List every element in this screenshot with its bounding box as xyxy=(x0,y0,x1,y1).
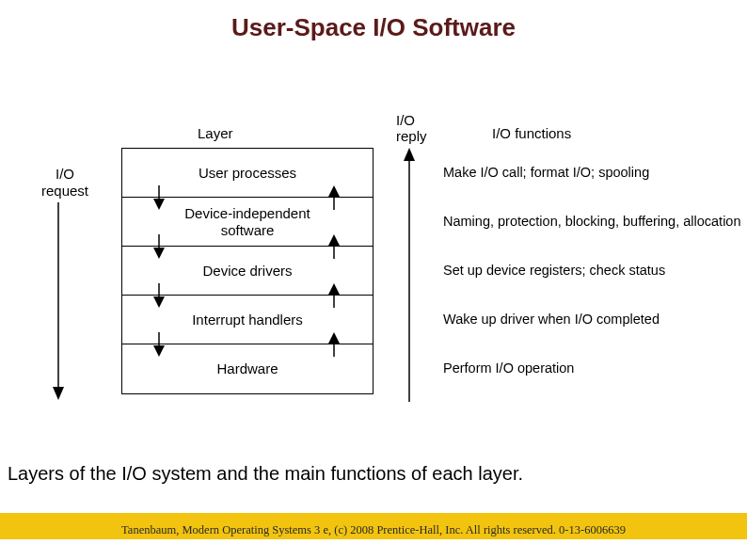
header-layer: Layer xyxy=(198,125,233,141)
layer-row: Hardware xyxy=(122,344,373,393)
layer-row: User processes xyxy=(122,149,373,198)
function-column: Make I/O call; format I/O; spooling Nami… xyxy=(443,148,744,392)
function-text: Make I/O call; format I/O; spooling xyxy=(443,148,744,197)
arrow-io-request-down xyxy=(47,202,70,400)
io-layers-diagram: Layer I/Oreply I/O functions I/Orequest … xyxy=(0,99,747,409)
layer-row: Interrupt handlers xyxy=(122,296,373,344)
header-reply: I/Oreply xyxy=(396,112,427,144)
function-text: Naming, protection, blocking, buffering,… xyxy=(443,197,744,246)
layer-row: Device drivers xyxy=(122,247,373,296)
footer-citation: Tanenbaum, Modern Operating Systems 3 e,… xyxy=(0,523,747,537)
svg-marker-1 xyxy=(53,387,64,400)
svg-marker-10 xyxy=(404,148,415,161)
layer-row: Device-independentsoftware xyxy=(122,198,373,247)
label-io-request: I/Orequest xyxy=(41,166,88,200)
function-text: Wake up driver when I/O completed xyxy=(443,295,744,344)
arrow-io-reply-up xyxy=(398,148,421,402)
figure-caption: Layers of the I/O system and the main fu… xyxy=(8,463,523,485)
layer-stack: User processes Device-independentsoftwar… xyxy=(121,148,374,394)
slide-title: User-Space I/O Software xyxy=(0,0,747,42)
function-text: Set up device registers; check status xyxy=(443,246,744,295)
function-text: Perform I/O operation xyxy=(443,344,744,392)
header-functions: I/O functions xyxy=(492,125,571,141)
